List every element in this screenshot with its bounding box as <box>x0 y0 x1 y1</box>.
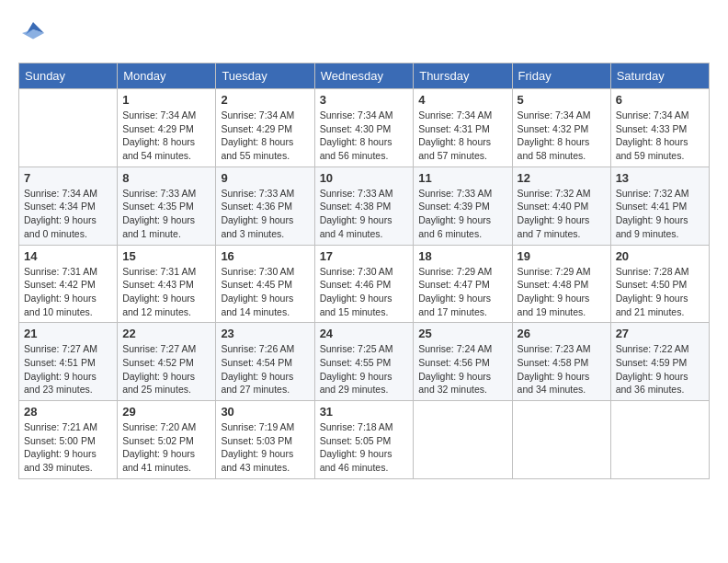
calendar-cell: 25 Sunrise: 7:24 AMSunset: 4:56 PMDaylig… <box>414 323 512 401</box>
day-number: 9 <box>221 171 309 185</box>
day-number: 27 <box>616 327 704 340</box>
calendar-cell: 8 Sunrise: 7:33 AMSunset: 4:35 PMDayligh… <box>118 167 216 245</box>
day-number: 11 <box>418 171 506 185</box>
calendar-cell: 3 Sunrise: 7:34 AMSunset: 4:30 PMDayligh… <box>314 89 414 167</box>
day-info: Sunrise: 7:29 AMSunset: 4:48 PMDaylight:… <box>518 265 606 319</box>
calendar-header-saturday: Saturday <box>610 63 709 89</box>
calendar-cell: 17 Sunrise: 7:30 AMSunset: 4:46 PMDaylig… <box>314 245 414 323</box>
day-info: Sunrise: 7:34 AMSunset: 4:33 PMDaylight:… <box>616 109 704 163</box>
calendar-header-row: SundayMondayTuesdayWednesdayThursdayFrid… <box>19 63 710 89</box>
calendar-week-2: 7 Sunrise: 7:34 AMSunset: 4:34 PMDayligh… <box>19 167 710 245</box>
calendar-cell: 28 Sunrise: 7:21 AMSunset: 5:00 PMDaylig… <box>19 401 118 479</box>
day-number: 21 <box>24 327 112 340</box>
page-header <box>18 18 710 48</box>
day-number: 12 <box>518 171 606 185</box>
calendar-cell: 16 Sunrise: 7:30 AMSunset: 4:45 PMDaylig… <box>216 245 314 323</box>
calendar-cell: 4 Sunrise: 7:34 AMSunset: 4:31 PMDayligh… <box>414 89 512 167</box>
day-info: Sunrise: 7:34 AMSunset: 4:31 PMDaylight:… <box>418 109 506 163</box>
day-info: Sunrise: 7:34 AMSunset: 4:29 PMDaylight:… <box>221 109 309 163</box>
day-number: 1 <box>122 93 210 107</box>
day-info: Sunrise: 7:27 AMSunset: 4:52 PMDaylight:… <box>122 342 210 396</box>
logo-icon <box>18 18 48 48</box>
day-number: 19 <box>518 249 606 263</box>
day-number: 2 <box>221 93 309 107</box>
day-info: Sunrise: 7:24 AMSunset: 4:56 PMDaylight:… <box>418 342 506 396</box>
day-number: 15 <box>122 249 210 263</box>
day-info: Sunrise: 7:32 AMSunset: 4:41 PMDaylight:… <box>616 187 704 241</box>
calendar-cell: 5 Sunrise: 7:34 AMSunset: 4:32 PMDayligh… <box>512 89 610 167</box>
logo <box>18 18 51 48</box>
calendar-header-sunday: Sunday <box>19 63 118 89</box>
day-number: 30 <box>221 405 309 419</box>
day-info: Sunrise: 7:19 AMSunset: 5:03 PMDaylight:… <box>221 420 309 475</box>
day-number: 22 <box>122 327 210 340</box>
calendar-cell: 23 Sunrise: 7:26 AMSunset: 4:54 PMDaylig… <box>216 323 314 401</box>
calendar-header-tuesday: Tuesday <box>216 63 314 89</box>
day-info: Sunrise: 7:30 AMSunset: 4:45 PMDaylight:… <box>221 265 309 319</box>
calendar-cell: 7 Sunrise: 7:34 AMSunset: 4:34 PMDayligh… <box>19 167 118 245</box>
day-info: Sunrise: 7:23 AMSunset: 4:58 PMDaylight:… <box>518 342 606 396</box>
calendar-cell: 15 Sunrise: 7:31 AMSunset: 4:43 PMDaylig… <box>118 245 216 323</box>
day-number: 28 <box>24 405 112 419</box>
calendar-cell: 22 Sunrise: 7:27 AMSunset: 4:52 PMDaylig… <box>118 323 216 401</box>
calendar-cell: 2 Sunrise: 7:34 AMSunset: 4:29 PMDayligh… <box>216 89 314 167</box>
calendar-cell <box>512 401 610 479</box>
day-number: 17 <box>320 249 409 263</box>
calendar-header-friday: Friday <box>512 63 610 89</box>
calendar-cell: 24 Sunrise: 7:25 AMSunset: 4:55 PMDaylig… <box>314 323 414 401</box>
calendar-cell: 27 Sunrise: 7:22 AMSunset: 4:59 PMDaylig… <box>610 323 709 401</box>
day-number: 7 <box>24 171 112 185</box>
day-info: Sunrise: 7:27 AMSunset: 4:51 PMDaylight:… <box>24 342 112 396</box>
day-number: 26 <box>518 327 606 340</box>
calendar-week-1: 1 Sunrise: 7:34 AMSunset: 4:29 PMDayligh… <box>19 89 710 167</box>
calendar-header-wednesday: Wednesday <box>314 63 414 89</box>
day-info: Sunrise: 7:30 AMSunset: 4:46 PMDaylight:… <box>320 265 409 319</box>
calendar-cell: 31 Sunrise: 7:18 AMSunset: 5:05 PMDaylig… <box>314 401 414 479</box>
day-info: Sunrise: 7:33 AMSunset: 4:35 PMDaylight:… <box>122 187 210 241</box>
day-info: Sunrise: 7:32 AMSunset: 4:40 PMDaylight:… <box>518 187 606 241</box>
calendar-cell: 9 Sunrise: 7:33 AMSunset: 4:36 PMDayligh… <box>216 167 314 245</box>
calendar-cell: 19 Sunrise: 7:29 AMSunset: 4:48 PMDaylig… <box>512 245 610 323</box>
calendar-cell: 6 Sunrise: 7:34 AMSunset: 4:33 PMDayligh… <box>610 89 709 167</box>
calendar-cell <box>610 401 709 479</box>
day-info: Sunrise: 7:34 AMSunset: 4:30 PMDaylight:… <box>320 109 409 163</box>
day-info: Sunrise: 7:33 AMSunset: 4:39 PMDaylight:… <box>418 187 506 241</box>
day-info: Sunrise: 7:28 AMSunset: 4:50 PMDaylight:… <box>616 265 704 319</box>
day-number: 14 <box>24 249 112 263</box>
day-info: Sunrise: 7:34 AMSunset: 4:34 PMDaylight:… <box>24 187 112 241</box>
day-info: Sunrise: 7:29 AMSunset: 4:47 PMDaylight:… <box>418 265 506 319</box>
calendar-week-4: 21 Sunrise: 7:27 AMSunset: 4:51 PMDaylig… <box>19 323 710 401</box>
day-info: Sunrise: 7:34 AMSunset: 4:32 PMDaylight:… <box>518 109 606 163</box>
day-info: Sunrise: 7:33 AMSunset: 4:38 PMDaylight:… <box>320 187 409 241</box>
day-number: 5 <box>518 93 606 107</box>
day-info: Sunrise: 7:25 AMSunset: 4:55 PMDaylight:… <box>320 342 409 396</box>
day-info: Sunrise: 7:18 AMSunset: 5:05 PMDaylight:… <box>320 420 409 475</box>
calendar-header-thursday: Thursday <box>414 63 512 89</box>
day-number: 20 <box>616 249 704 263</box>
day-number: 4 <box>418 93 506 107</box>
calendar-cell: 14 Sunrise: 7:31 AMSunset: 4:42 PMDaylig… <box>19 245 118 323</box>
calendar-week-3: 14 Sunrise: 7:31 AMSunset: 4:42 PMDaylig… <box>19 245 710 323</box>
day-number: 8 <box>122 171 210 185</box>
day-info: Sunrise: 7:20 AMSunset: 5:02 PMDaylight:… <box>122 420 210 475</box>
calendar-cell: 20 Sunrise: 7:28 AMSunset: 4:50 PMDaylig… <box>610 245 709 323</box>
calendar-cell: 13 Sunrise: 7:32 AMSunset: 4:41 PMDaylig… <box>610 167 709 245</box>
day-info: Sunrise: 7:34 AMSunset: 4:29 PMDaylight:… <box>122 109 210 163</box>
day-info: Sunrise: 7:31 AMSunset: 4:43 PMDaylight:… <box>122 265 210 319</box>
calendar-cell: 26 Sunrise: 7:23 AMSunset: 4:58 PMDaylig… <box>512 323 610 401</box>
calendar-header-monday: Monday <box>118 63 216 89</box>
day-number: 10 <box>320 171 409 185</box>
day-info: Sunrise: 7:33 AMSunset: 4:36 PMDaylight:… <box>221 187 309 241</box>
calendar-cell: 21 Sunrise: 7:27 AMSunset: 4:51 PMDaylig… <box>19 323 118 401</box>
day-info: Sunrise: 7:31 AMSunset: 4:42 PMDaylight:… <box>24 265 112 319</box>
day-number: 18 <box>418 249 506 263</box>
day-number: 29 <box>122 405 210 419</box>
calendar-cell: 11 Sunrise: 7:33 AMSunset: 4:39 PMDaylig… <box>414 167 512 245</box>
day-info: Sunrise: 7:26 AMSunset: 4:54 PMDaylight:… <box>221 342 309 396</box>
day-number: 3 <box>320 93 409 107</box>
calendar-cell: 29 Sunrise: 7:20 AMSunset: 5:02 PMDaylig… <box>118 401 216 479</box>
day-number: 16 <box>221 249 309 263</box>
calendar-cell: 1 Sunrise: 7:34 AMSunset: 4:29 PMDayligh… <box>118 89 216 167</box>
day-number: 13 <box>616 171 704 185</box>
day-number: 25 <box>418 327 506 340</box>
